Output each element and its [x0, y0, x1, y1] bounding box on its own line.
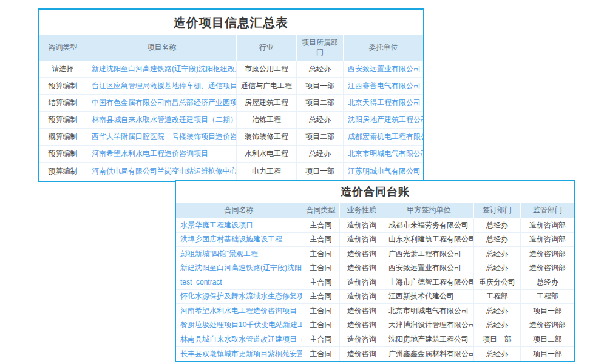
cell-contract-name-link[interactable]: 水景华庭工程建设项目	[176, 218, 302, 232]
cell-client-link[interactable]: 成都宏泰机电工程有限公司	[344, 129, 423, 145]
table-row: 新建沈阳至白河高速铁路(辽宁段)沈阳枢纽改建工程主合同造价咨询西安致远置业有限公…	[176, 261, 574, 276]
cell-signing-dept: 总经办	[474, 233, 521, 247]
cell-department: 总经办	[297, 61, 344, 77]
cell-party-a-unit: 上海市广德智工程有限公司	[384, 275, 474, 289]
cell-business-nature: 造价咨询	[340, 290, 384, 304]
cell-party-a-unit: 江西新技术代建公司	[384, 290, 474, 304]
cell-business-nature: 造价咨询	[340, 261, 384, 275]
cell-business-nature: 造价咨询	[340, 247, 384, 261]
column-header: 行业	[237, 35, 297, 61]
cell-party-a-unit: 沈阳房地产建筑工程公司	[384, 332, 474, 346]
cell-industry: 装饰装修工程	[237, 129, 297, 145]
cell-project-name-link[interactable]: 台江区应急管理局救援基地停车棚、通信项目	[87, 78, 237, 94]
table-row: 水景华庭工程建设项目主合同造价咨询成都市来福劳务有限公司总经办造价咨询部	[176, 218, 574, 233]
contract-table-title: 造价合同台账	[176, 181, 574, 203]
cell-contract-name-link[interactable]: 林南县城自来水取水管道改迁建项目（二期）	[176, 332, 302, 346]
cell-project-name-link[interactable]: 林南县城自来水取水管道改迁建项目（二期）	[87, 112, 237, 128]
cell-client-link[interactable]: 西安致远置业有限公司	[344, 61, 423, 77]
contract-table: 造价合同台账 合同名称合同类型业务性质甲方签约单位签订部门监管部门 水景华庭工程…	[175, 180, 575, 362]
column-header: 项目名称	[87, 35, 237, 61]
cell-department: 总经办	[297, 146, 344, 162]
cell-supervising-dept: 项目一部	[521, 347, 574, 362]
cell-consult-type: 预算编制	[39, 112, 87, 128]
cell-project-name-link[interactable]: 新建沈阳至白河高速铁路(辽宁段)沈阳枢纽改建工程	[87, 61, 237, 77]
cell-party-a-unit: 广州鑫鑫金属材料有限公司	[384, 347, 474, 362]
cell-supervising-dept: 造价咨询部	[521, 233, 574, 247]
cell-client-link[interactable]: 江西赛普电气有限公司	[344, 78, 423, 94]
cell-signing-dept: 总经办	[474, 261, 521, 275]
cell-client-link[interactable]: 北京天得工程有限公司	[344, 95, 423, 111]
cell-client-link[interactable]: 北京市明城电气有限公司	[344, 146, 423, 162]
summary-table-body: 请选择新建沈阳至白河高速铁路(辽宁段)沈阳枢纽改建工程市政公用工程总经办西安致远…	[39, 61, 423, 180]
column-header: 咨询类型	[39, 35, 87, 61]
cell-signing-dept: 总经办	[474, 304, 521, 318]
cell-party-a-unit: 天津博润设计管理有限公司	[384, 318, 474, 332]
cell-consult-type: 预算编制	[39, 78, 87, 94]
cell-signing-dept: 总经办	[474, 218, 521, 232]
cell-business-nature: 造价咨询	[340, 218, 384, 232]
cell-client-link[interactable]: 沈阳房地产建筑工程公司	[344, 112, 423, 128]
cell-business-nature: 造价咨询	[340, 347, 384, 362]
table-row: 怀化水源保护及舞水流域水生态修复项目合同主合同造价咨询江西新技术代建公司工程部工…	[176, 290, 574, 305]
column-header: 甲方签约单位	[384, 203, 474, 218]
table-row: 预算编制河南希望水利水电工程造价咨询项目水利水电工程总经办北京市明城电气有限公司	[39, 146, 423, 163]
cell-supervising-dept: 造价咨询部	[521, 318, 574, 332]
summary-table-title: 造价项目信息汇总表	[39, 10, 423, 35]
cell-business-nature: 造价咨询	[340, 275, 384, 289]
cell-contract-name-link[interactable]: 洪埠乡团店村基础设施建设工程	[176, 233, 302, 247]
cell-business-nature: 造价咨询	[340, 233, 384, 247]
cell-contract-type: 主合同	[302, 275, 340, 289]
cell-department: 项目一部	[297, 163, 344, 180]
cell-department: 项目二部	[297, 129, 344, 145]
cell-contract-name-link[interactable]: 餐厨垃圾处理项目10千伏变电站新建工程	[176, 318, 302, 332]
cell-supervising-dept: 项目二部	[521, 332, 574, 346]
cell-contract-name-link[interactable]: 怀化水源保护及舞水流域水生态修复项目合同	[176, 290, 302, 304]
cell-party-a-unit: 西安致远置业有限公司	[384, 261, 474, 275]
cell-client-link[interactable]: 江苏明城电气有限公司	[344, 163, 423, 180]
cell-party-a-unit: 北京市明城电气有限公司	[384, 304, 474, 318]
table-row: 长丰县双墩镇城市更新项目紫桐苑安置点主合同造价咨询广州鑫鑫金属材料有限公司总经办…	[176, 347, 574, 362]
cell-contract-name-link[interactable]: 河南希望水利水电工程造价咨询项目	[176, 304, 302, 318]
cell-consult-type: 预算编制	[39, 163, 87, 180]
cell-project-name-link[interactable]: 中国有色金属有限公司南昌总部经济产业园项目二期	[87, 95, 237, 111]
cell-business-nature: 造价咨询	[340, 318, 384, 332]
column-header: 合同类型	[302, 203, 340, 218]
cell-project-name-link[interactable]: 河南供电局有限公司兰岗变电站运维抢修中心项目	[87, 163, 237, 180]
cell-signing-dept: 总经办	[474, 318, 521, 332]
cell-business-nature: 造价咨询	[340, 304, 384, 318]
cell-party-a-unit: 山东水利建筑工程有限公司	[384, 233, 474, 247]
cell-industry: 通信与广电工程	[237, 78, 297, 94]
column-header: 监管部门	[521, 203, 574, 218]
cell-project-name-link[interactable]: 河南希望水利水电工程造价咨询项目	[87, 146, 237, 162]
table-row: 预算编制林南县城自来水取水管道改迁建项目（二期）冶炼工程总经办沈阳房地产建筑工程…	[39, 112, 423, 129]
cell-contract-type: 主合同	[302, 218, 340, 232]
cell-contract-type: 主合同	[302, 261, 340, 275]
cell-supervising-dept: 项目一部	[521, 304, 574, 318]
cell-supervising-dept: 总经办	[521, 275, 574, 289]
cell-project-name-link[interactable]: 西华大学附属口腔医院一号楼装饰项目造价咨询	[87, 129, 237, 145]
cell-contract-name-link[interactable]: 彭祖新城“四馆”景观工程	[176, 247, 302, 261]
cell-industry: 市政公用工程	[237, 61, 297, 77]
table-row: 洪埠乡团店村基础设施建设工程主合同造价咨询山东水利建筑工程有限公司总经办造价咨询…	[176, 233, 574, 248]
cell-consult-type: 请选择	[39, 61, 87, 77]
cell-consult-type: 预算编制	[39, 146, 87, 162]
table-row: 河南希望水利水电工程造价咨询项目主合同造价咨询北京市明城电气有限公司总经办项目一…	[176, 304, 574, 318]
cell-contract-type: 主合同	[302, 290, 340, 304]
cell-department: 项目一部	[297, 78, 344, 94]
column-header: 委托单位	[344, 35, 423, 61]
contract-table-body: 水景华庭工程建设项目主合同造价咨询成都市来福劳务有限公司总经办造价咨询部洪埠乡团…	[176, 218, 574, 361]
table-row: 预算编制河南供电局有限公司兰岗变电站运维抢修中心项目电力工程项目一部江苏明城电气…	[39, 163, 423, 180]
cell-contract-name-link[interactable]: 长丰县双墩镇城市更新项目紫桐苑安置点	[176, 347, 302, 362]
cell-industry: 房屋建筑工程	[237, 95, 297, 111]
table-row: 结算编制中国有色金属有限公司南昌总部经济产业园项目二期房屋建筑工程项目二部北京天…	[39, 95, 423, 112]
cell-contract-type: 主合同	[302, 347, 340, 362]
cell-contract-name-link[interactable]: 新建沈阳至白河高速铁路(辽宁段)沈阳枢纽改建工程	[176, 261, 302, 275]
cell-industry: 冶炼工程	[237, 112, 297, 128]
column-header: 合同名称	[176, 203, 302, 218]
cell-supervising-dept: 工程部	[521, 290, 574, 304]
cell-contract-name-link[interactable]: test_contract	[176, 275, 302, 289]
cell-business-nature: 造价咨询	[340, 332, 384, 346]
cell-contract-type: 主合同	[302, 332, 340, 346]
table-row: 预算编制台江区应急管理局救援基地停车棚、通信项目通信与广电工程项目一部江西赛普电…	[39, 78, 423, 95]
cell-supervising-dept: 造价咨询部	[521, 218, 574, 232]
